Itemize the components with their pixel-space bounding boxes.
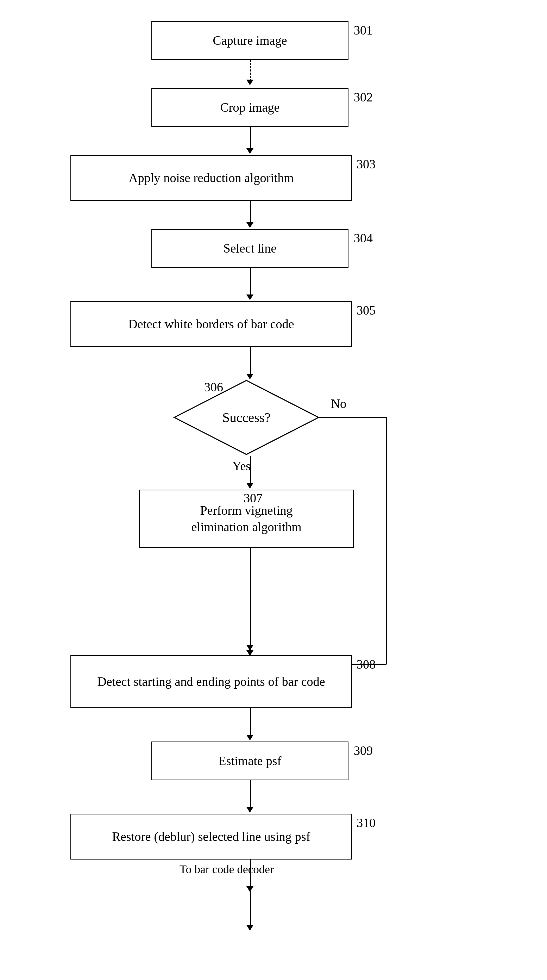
step3-box: Apply noise reduction algorithm [70, 155, 352, 201]
step6-label: Success? [222, 410, 270, 425]
arrowhead-9-10 [246, 807, 254, 813]
arrow-1-2 [250, 60, 251, 81]
arrowhead-3-4 [246, 222, 254, 228]
step8-box: Detect starting and ending points of bar… [70, 655, 352, 708]
arrow-9-10 [250, 780, 251, 808]
note-label: To bar code decoder [179, 863, 274, 876]
arrow-5-6 [250, 347, 251, 375]
arrow-8-9 [250, 708, 251, 736]
arrowhead-yes [246, 483, 254, 488]
arrow-yes-down [250, 456, 251, 484]
step9-label: Estimate psf [219, 754, 282, 768]
step6-diamond-wrap: Success? [173, 379, 320, 456]
arrowhead-2-3 [246, 148, 254, 154]
arrow-2-3 [250, 127, 251, 150]
step5-num: 305 [357, 303, 376, 318]
step4-label: Select line [224, 241, 277, 256]
arrowhead-4-5 [246, 294, 254, 300]
step7-label: Perform vigneting elimination algorithm [192, 502, 302, 535]
arrowhead-8-9 [246, 735, 254, 740]
step4-box: Select line [151, 229, 349, 268]
step2-box: Crop image [151, 88, 349, 127]
arrow-7-8b [250, 548, 251, 652]
arrowhead-final [246, 925, 254, 931]
arrow-final [250, 891, 251, 926]
step10-num: 310 [357, 816, 376, 830]
step2-label: Crop image [220, 100, 280, 115]
step1-box: Capture image [151, 21, 349, 60]
step6-num: 306 [204, 380, 223, 395]
step9-box: Estimate psf [151, 741, 349, 780]
arrow-4-5 [250, 268, 251, 296]
step6-no-label: No [331, 396, 346, 411]
step10-box: Restore (deblur) selected line using psf [70, 814, 352, 859]
step1-label: Capture image [213, 33, 287, 48]
step9-num: 309 [354, 743, 373, 758]
step5-box: Detect white borders of bar code [70, 301, 352, 347]
step3-num: 303 [357, 157, 376, 172]
step7-num: 307 [244, 491, 263, 506]
arrow-no-down [386, 417, 387, 663]
flowchart: Capture image 301 Crop image 302 Apply n… [0, 0, 547, 980]
step6-yes-label: Yes [232, 459, 251, 473]
arrow-no-right [319, 417, 387, 418]
step1-num: 301 [354, 23, 373, 38]
arrow-3-4 [250, 201, 251, 224]
step5-label: Detect white borders of bar code [128, 317, 294, 331]
step8-label: Detect starting and ending points of bar… [98, 673, 325, 690]
step3-label: Apply noise reduction algorithm [129, 170, 294, 185]
step4-num: 304 [354, 231, 373, 245]
step2-num: 302 [354, 90, 373, 105]
step8-num: 308 [357, 657, 376, 672]
arrowhead-1-2 [246, 80, 254, 85]
step10-label: Restore (deblur) selected line using psf [112, 829, 311, 844]
